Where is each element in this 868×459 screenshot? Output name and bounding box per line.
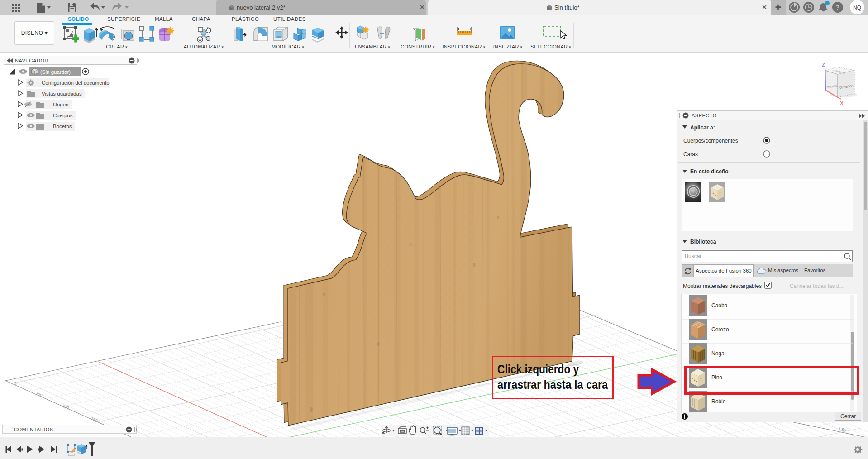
- svg-text:750: 750: [90, 416, 98, 423]
- svg-text:Roble: Roble: [711, 398, 726, 405]
- svg-text:Z: Z: [822, 62, 825, 67]
- svg-text:Configuración del documento: Configuración del documento: [42, 80, 110, 86]
- svg-text:NQ: NQ: [853, 5, 861, 11]
- svg-text:Caoba: Caoba: [711, 302, 728, 309]
- svg-text:Cuerpos: Cuerpos: [53, 113, 73, 118]
- svg-text:Bocetos: Bocetos: [53, 124, 72, 129]
- svg-text:?: ?: [836, 4, 840, 11]
- svg-text:Cerezo: Cerezo: [711, 326, 729, 333]
- svg-text:Vistas guardadas: Vistas guardadas: [42, 91, 82, 96]
- svg-text:Origen: Origen: [53, 102, 69, 107]
- svg-text:Nogal: Nogal: [711, 350, 725, 357]
- svg-text:(Sin guardar): (Sin guardar): [40, 69, 71, 75]
- svg-text:X: X: [840, 100, 844, 106]
- svg-text:FRONTAL: FRONTAL: [826, 85, 839, 88]
- svg-text:500: 500: [62, 404, 70, 411]
